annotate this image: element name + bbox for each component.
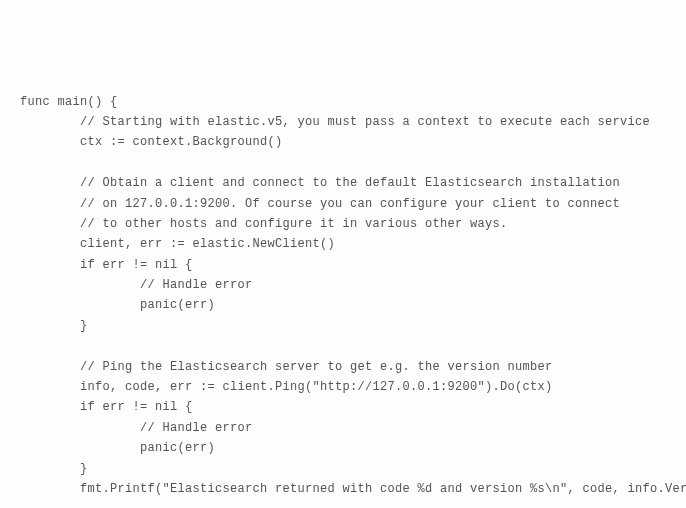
code-line: client, err := elastic.NewClient() xyxy=(20,237,335,251)
code-line: if err != nil { xyxy=(20,400,193,414)
code-line: // Ping the Elasticsearch server to get … xyxy=(20,360,553,374)
code-line: // Starting with elastic.v5, you must pa… xyxy=(20,115,650,129)
code-line: ctx := context.Background() xyxy=(20,135,283,149)
code-block: func main() { // Starting with elastic.v… xyxy=(20,92,666,508)
code-line: // Obtain a client and connect to the de… xyxy=(20,176,620,190)
code-line: panic(err) xyxy=(20,298,215,312)
code-line: // Handle error xyxy=(20,421,253,435)
code-line: func main() { xyxy=(20,95,118,109)
code-line: // Handle error xyxy=(20,278,253,292)
code-line: if err != nil { xyxy=(20,258,193,272)
code-line: // on 127.0.0.1:9200. Of course you can … xyxy=(20,197,620,211)
code-line: } xyxy=(20,319,88,333)
code-line: } xyxy=(20,462,88,476)
code-line: fmt.Printf("Elasticsearch returned with … xyxy=(20,482,686,496)
code-line: info, code, err := client.Ping("http://1… xyxy=(20,380,553,394)
code-line: panic(err) xyxy=(20,441,215,455)
code-line: // to other hosts and configure it in va… xyxy=(20,217,508,231)
